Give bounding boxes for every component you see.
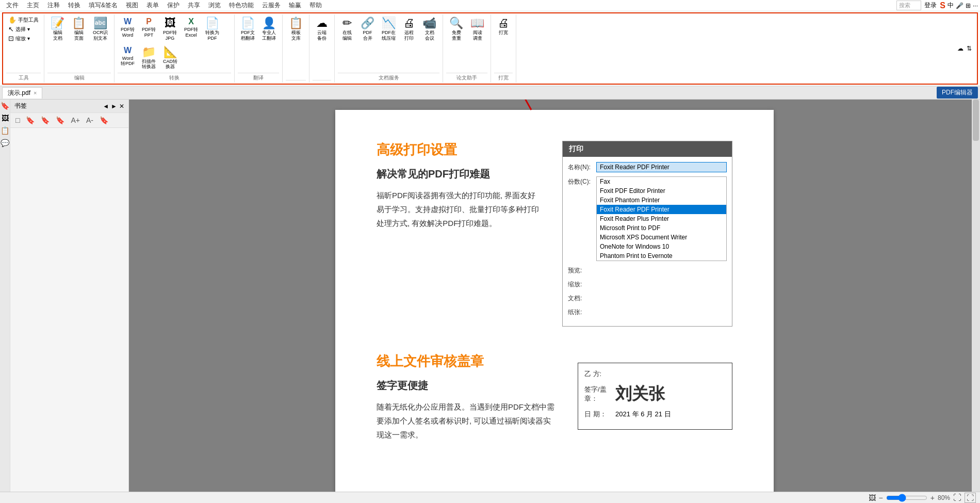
ocr-btn[interactable]: 🔤 OCR识别文本 (90, 15, 111, 43)
menu-share[interactable]: 共享 (184, 0, 204, 11)
sidebar-title: 书签 (14, 102, 27, 110)
ribbon-print-group: 🖨 打宽 打宽 (491, 14, 516, 83)
sidebar-nav-prev[interactable]: ◄ (103, 103, 109, 110)
doc-meeting-btn[interactable]: 📹 文档会议 (419, 15, 439, 43)
cloud-backup-btn[interactable]: ☁ 云端备份 (313, 15, 331, 43)
sidebar-close[interactable]: ✕ (119, 103, 124, 110)
print-btn[interactable]: 🖨 打宽 (494, 15, 513, 38)
sidebar-tool-4[interactable]: 🔖 (54, 115, 67, 125)
section1-text: 福昕PDF阅读器拥有强大的打印功能, 界面友好易于学习。支持虚拟打印、批量打印等… (377, 188, 542, 230)
left-icon-4[interactable]: 💬 (1, 139, 9, 147)
zoom-tool-btn[interactable]: ⊡ 缩放 ▾ (6, 34, 41, 43)
menu-help[interactable]: 帮助 (305, 0, 326, 11)
printer-foxit-phantom[interactable]: Foxit Phantom Printer (597, 196, 726, 205)
assistant-label: 论文助手 (446, 73, 487, 82)
select-tool-btn[interactable]: ↖ 选择 ▾ (6, 25, 41, 34)
menu-special[interactable]: 特色功能 (225, 0, 258, 11)
print-dialog-content: 名称(N): Foxit Reader PDF Printer 份数(C): F… (563, 157, 732, 326)
printer-foxit-editor[interactable]: Foxit PDF Editor Printer (597, 186, 726, 196)
hand-tool-btn[interactable]: ✋ 手型工具 (6, 15, 41, 24)
tools-label: 工具 (6, 73, 41, 82)
left-icon-1[interactable]: 🔖 (1, 102, 9, 110)
pdf-compress-btn[interactable]: 📉 PDF在线压缩 (379, 15, 399, 43)
zoom-out-btn[interactable]: − (879, 494, 883, 502)
printer-ms-xps[interactable]: Microsoft XPS Document Writer (597, 233, 726, 242)
pdf-to-excel-btn[interactable]: X PDF转Excel (181, 15, 201, 40)
menu-file[interactable]: 文件 (2, 0, 23, 11)
section2-title: 线上文件审核盖章 (377, 352, 557, 370)
tab-close-btn[interactable]: × (34, 90, 37, 96)
sidebar-tool-6[interactable]: A- (84, 115, 95, 125)
sidebar-tool-5[interactable]: A+ (69, 115, 82, 125)
printer-foxit-plus[interactable]: Foxit Reader Plus Printer (597, 214, 726, 223)
left-icon-2[interactable]: 🖼 (2, 114, 9, 122)
printer-foxit-reader[interactable]: Foxit Reader PDF Printer (597, 205, 726, 214)
manual-translate-btn[interactable]: 👤 专业人工翻译 (259, 15, 279, 43)
red-arrow (490, 100, 552, 117)
fullscreen-btn[interactable]: ⛶ (953, 493, 961, 502)
zoom-slider[interactable] (886, 494, 927, 502)
date-row: 日 期： 2021 年 6 月 21 日 (584, 410, 726, 419)
menu-view[interactable]: 视图 (122, 0, 142, 11)
tab-demo-pdf[interactable]: 演示.pdf × (2, 87, 42, 99)
edit-page-btn[interactable]: 📋 编辑页面 (69, 15, 89, 43)
menu-convert[interactable]: 转换 (64, 0, 85, 11)
zoom-in-btn[interactable]: + (930, 494, 935, 502)
ocr-icon: 🔤 (93, 18, 107, 29)
vertical-scrollbar[interactable] (972, 100, 980, 503)
print-dialog-title: 打印 (563, 141, 732, 157)
printer-phantom-evernote[interactable]: Phantom Print to Evernote (597, 251, 726, 261)
print-preview-label: 预览: (568, 265, 596, 275)
read-survey-btn[interactable]: 📖 阅读调查 (467, 15, 487, 43)
pdf-translate-btn[interactable]: 📄 PDF文档翻译 (238, 15, 258, 43)
word-to-pdf-btn[interactable]: W Word转PDF (118, 44, 138, 69)
online-edit-icon: ✏ (342, 18, 352, 29)
printer-ms-pdf[interactable]: Microsoft Print to PDF (597, 223, 726, 233)
cad-converter-btn[interactable]: 📐 CAD转换器 (160, 44, 181, 72)
online-edit-btn[interactable]: ✏ 在线编辑 (338, 15, 356, 43)
sidebar-tool-1[interactable]: □ (13, 115, 22, 125)
login-button[interactable]: 登录 (924, 1, 937, 10)
left-icon-3[interactable]: 📋 (1, 126, 9, 135)
mic-icon[interactable]: 🎤 (956, 2, 963, 9)
fit-page-btn[interactable]: ⛶ (965, 493, 976, 503)
scrollbar-thumb[interactable] (973, 100, 979, 141)
printer-onenote[interactable]: OneNote for Windows 10 (597, 242, 726, 251)
printer-fax[interactable]: Fax (597, 177, 726, 186)
menu-annotate[interactable]: 注释 (43, 0, 64, 11)
pdf-merge-icon: 🔗 (361, 18, 374, 29)
menu-home[interactable]: 主页 (23, 0, 43, 11)
ribbon-edit-group: 📝 编辑文档 📋 编辑页面 🔤 OCR识别文本 编辑 (44, 14, 115, 83)
free-check-btn[interactable]: 🔍 免费查重 (446, 15, 466, 43)
edit-doc-btn[interactable]: 📝 编辑文档 (47, 15, 68, 43)
menu-cloud[interactable]: 云服务 (258, 0, 285, 11)
ribbon-convert-group: W PDF转Word P PDF转PPT 🖼 PDF转JPG X PDF转Exc… (115, 14, 235, 83)
menu-reward[interactable]: 输赢 (285, 0, 305, 11)
more-icon[interactable]: ··· (973, 2, 978, 9)
to-pdf-btn[interactable]: 📄 转换为PDF (202, 15, 222, 43)
menu-form[interactable]: 表单 (142, 0, 163, 11)
search-box[interactable]: 搜索 (896, 1, 921, 10)
print-name-input[interactable]: Foxit Reader PDF Printer (596, 162, 727, 172)
sidebar-tool-2[interactable]: 🔖 (24, 115, 37, 125)
lang-switch[interactable]: 中 (948, 1, 954, 10)
svg-line-1 (505, 100, 531, 110)
pdf-to-ppt-btn[interactable]: P PDF转PPT (139, 15, 159, 40)
pdf-to-word-btn[interactable]: W PDF转Word (118, 15, 138, 40)
menu-sign[interactable]: 填写&签名 (85, 0, 122, 11)
sidebar-tool-3[interactable]: 🔖 (39, 115, 52, 125)
sidebar-tool-7[interactable]: 🔖 (97, 115, 110, 125)
menu-browse[interactable]: 浏览 (204, 0, 225, 11)
pdf-to-jpg-btn[interactable]: 🖼 PDF转JPG (160, 15, 180, 43)
cloud-status-icon[interactable]: ☁ (957, 45, 963, 52)
menu-protect[interactable]: 保护 (163, 0, 184, 11)
pdf-merge-btn[interactable]: 🔗 PDF合并 (357, 15, 378, 43)
remote-print-btn[interactable]: 🖨 远程打印 (400, 15, 418, 43)
template-btn[interactable]: 📋 模板文库 (286, 15, 306, 43)
pdf-editor-tab-btn[interactable]: PDF编辑器 (937, 87, 978, 99)
sidebar-nav-next[interactable]: ► (111, 103, 117, 110)
thumbnail-view-btn[interactable]: 🖼 (869, 494, 876, 502)
sync-icon[interactable]: ⇅ (967, 45, 972, 52)
scan-converter-btn[interactable]: 📁 扫描件转换器 (139, 44, 159, 72)
grid-icon[interactable]: ⊞ (966, 2, 971, 9)
